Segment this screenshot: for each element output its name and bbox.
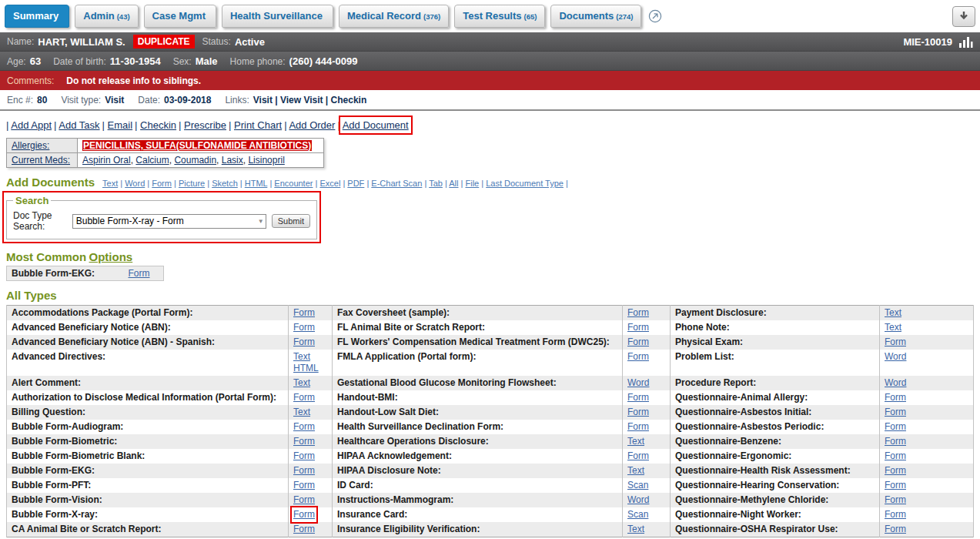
med-link[interactable]: Aspirin Oral <box>82 155 131 166</box>
action-link[interactable]: Checkin <box>140 119 176 131</box>
tab-test-results[interactable]: Test Results(65) <box>454 5 545 28</box>
doc-type-link[interactable]: Word <box>885 377 906 389</box>
doc-type-link[interactable]: Form <box>293 465 315 477</box>
name-label: Name: <box>7 36 34 47</box>
doc-type-link[interactable]: Text <box>293 407 310 418</box>
action-link[interactable]: Prescribe <box>184 119 226 131</box>
doc-type-link[interactable]: Form <box>885 407 906 418</box>
doc-type-link-cell: Form <box>880 478 974 493</box>
doc-type-link[interactable]: Form <box>885 436 906 447</box>
doc-type-link[interactable]: Form <box>627 336 649 348</box>
doc-format-link[interactable]: E-Chart Scan <box>371 179 422 188</box>
doc-type-link[interactable]: Form <box>885 480 906 491</box>
doc-type-link[interactable]: Form <box>885 421 906 433</box>
tab-documents[interactable]: Documents(274) <box>550 5 641 28</box>
doc-type-link[interactable]: Form <box>885 524 906 535</box>
doc-type-link[interactable]: Form <box>885 392 906 403</box>
doc-type-link[interactable]: Form <box>885 465 906 477</box>
doc-type-link[interactable]: HTML <box>293 363 319 374</box>
med-item: Coumadin <box>169 155 216 166</box>
med-link[interactable]: Lisinopril <box>248 155 284 166</box>
doc-type-link[interactable]: Form <box>129 268 150 279</box>
doc-type-name: Fax Coversheet (sample): <box>333 306 623 321</box>
doc-type-link[interactable]: Scan <box>627 509 648 521</box>
doc-format-link[interactable]: Tab <box>429 179 443 188</box>
action-link[interactable]: Add Order <box>289 119 335 131</box>
doc-type-link[interactable]: Text <box>885 307 901 319</box>
doc-type-link[interactable]: Scan <box>627 480 648 491</box>
doc-type-link[interactable]: Form <box>293 307 315 319</box>
doc-type-link[interactable]: Text <box>293 351 310 363</box>
doc-type-link[interactable]: Word <box>885 351 906 363</box>
chart-icon[interactable] <box>958 36 973 48</box>
current-meds-link[interactable]: Current Meds: <box>12 155 70 166</box>
doc-type-link-cell: Form <box>880 507 974 522</box>
tab-admin[interactable]: Admin(43) <box>75 5 138 28</box>
options-link[interactable]: Options <box>89 250 133 263</box>
submit-button[interactable]: Submit <box>272 214 310 228</box>
doc-type-link[interactable]: Form <box>627 351 649 363</box>
doc-format-link[interactable]: PDF <box>347 179 364 188</box>
doc-type-link[interactable]: Word <box>627 377 649 389</box>
scroll-down-button[interactable] <box>952 6 975 27</box>
allergy-value[interactable]: PENICILLINS, SULFA(SULFONAMIDE ANTIBIOTI… <box>82 140 312 151</box>
doc-type-link[interactable]: Form <box>293 336 315 348</box>
doc-type-link[interactable]: Form <box>627 450 649 462</box>
doc-type-link[interactable]: Form <box>627 322 649 333</box>
doc-type-link[interactable]: Text <box>627 524 644 535</box>
doc-type-link[interactable]: Form <box>627 307 649 319</box>
doc-type-link[interactable]: Form <box>293 392 315 403</box>
action-link[interactable]: Add Document <box>343 119 409 131</box>
encounter-link[interactable]: Visit <box>253 95 273 105</box>
doc-type-link[interactable]: Text <box>627 465 644 477</box>
doc-type-link[interactable]: Form <box>293 480 315 491</box>
encounter-link[interactable]: Checkin <box>331 95 367 105</box>
action-link[interactable]: Print Chart <box>234 119 282 131</box>
doc-type-link[interactable]: Form <box>627 421 649 433</box>
tab-health-surveillance[interactable]: Health Surveillance <box>222 5 333 28</box>
doc-type-link[interactable]: Form <box>885 336 906 348</box>
doc-format-link[interactable]: File <box>465 179 479 188</box>
action-link[interactable]: Add Appt <box>11 119 52 131</box>
doc-format-link[interactable]: Form <box>152 179 172 188</box>
doc-type-link[interactable]: Form <box>293 436 315 447</box>
doc-type-link[interactable]: Form <box>293 494 315 506</box>
doc-type-link[interactable]: Form <box>627 392 649 403</box>
action-link[interactable]: Email <box>108 119 133 131</box>
doc-type-link[interactable]: Word <box>627 494 649 506</box>
doc-type-link[interactable]: Form <box>293 322 315 333</box>
doc-format-link-item: E-Chart Scan <box>371 179 429 188</box>
doc-type-link[interactable]: Text <box>627 436 644 447</box>
med-link[interactable]: Lasix <box>222 155 243 166</box>
encounter-link[interactable]: View Visit <box>280 95 323 105</box>
doc-type-link[interactable]: Form <box>293 450 315 462</box>
doc-type-link[interactable]: Form <box>885 450 906 462</box>
allergies-link[interactable]: Allergies: <box>12 140 49 151</box>
action-link[interactable]: Add Task <box>59 119 99 131</box>
status-label: Status: <box>202 36 231 47</box>
doc-type-search-input[interactable] <box>72 214 266 229</box>
doc-type-link[interactable]: Form <box>293 509 315 521</box>
doc-format-link[interactable]: Excel <box>319 179 340 188</box>
doc-type-link[interactable]: Text <box>293 377 310 389</box>
doc-format-link[interactable]: All <box>449 179 458 188</box>
med-link[interactable]: Coumadin <box>174 155 216 166</box>
doc-type-link[interactable]: Form <box>293 524 315 535</box>
doc-type-link[interactable]: Form <box>885 494 906 506</box>
doc-type-link[interactable]: Text <box>885 322 901 333</box>
doc-format-link[interactable]: HTML <box>245 179 268 188</box>
doc-format-link[interactable]: Text <box>102 179 118 188</box>
doc-format-link[interactable]: Last Document Type <box>486 179 564 188</box>
doc-format-link[interactable]: Sketch <box>212 179 238 188</box>
med-link[interactable]: Calcium <box>135 155 169 166</box>
tab-medical-record[interactable]: Medical Record(376) <box>339 5 449 28</box>
doc-format-link[interactable]: Picture <box>179 179 205 188</box>
doc-type-link[interactable]: Form <box>627 407 649 418</box>
doc-type-link[interactable]: Form <box>293 421 315 433</box>
doc-type-link[interactable]: Form <box>885 509 906 521</box>
tab-summary[interactable]: Summary <box>5 5 69 28</box>
doc-format-link[interactable]: Word <box>125 179 145 188</box>
doc-format-link[interactable]: Encounter <box>274 179 313 188</box>
external-link-icon[interactable] <box>648 9 662 23</box>
tab-case-mgmt[interactable]: Case Mgmt <box>144 5 216 28</box>
